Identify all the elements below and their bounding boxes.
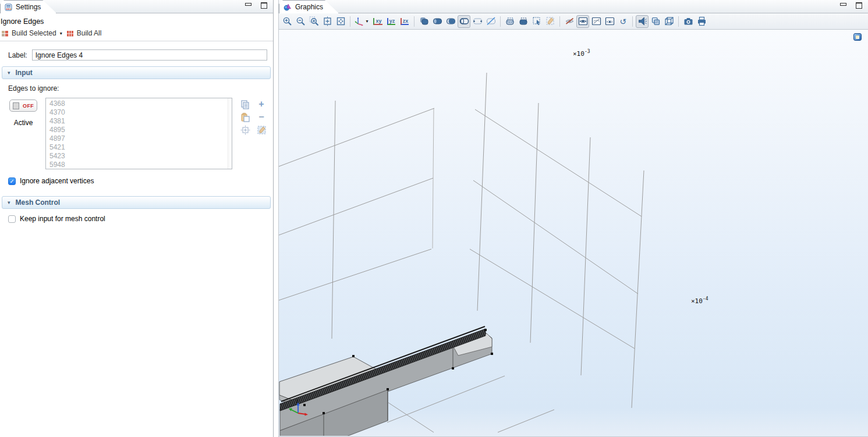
view-dropdown-caret-icon: ▾ [366, 19, 368, 24]
minimize-button[interactable] [840, 2, 848, 9]
scene-svg: z [279, 30, 868, 436]
label-row: Label: [8, 49, 267, 61]
edge-list-item[interactable]: 4370 [49, 108, 232, 117]
toolbar-separator [559, 16, 560, 27]
default-3d-view-button[interactable]: ▾ [353, 15, 371, 28]
print-button[interactable] [695, 15, 708, 28]
edge-list-scrollbar[interactable] [228, 98, 232, 169]
paste-selection-icon[interactable] [240, 112, 250, 122]
active-toggle[interactable]: OFF [9, 100, 37, 112]
tab-graphics[interactable]: Graphics [279, 0, 339, 13]
xy-view-icon: xy [373, 18, 382, 25]
select-edge-button[interactable] [458, 15, 470, 28]
label-input[interactable] [32, 49, 267, 61]
go-to-xy-view-button[interactable]: xy [371, 15, 384, 28]
maximize-button[interactable] [261, 2, 268, 9]
graphics-overlay-icon[interactable] [853, 33, 862, 41]
ignore-adjacent-checkbox[interactable]: ✓ [8, 177, 16, 185]
input-section-header[interactable]: ▾ Input [2, 66, 271, 79]
input-section-title: Input [16, 69, 33, 77]
edge-list-item[interactable]: 4381 [49, 117, 232, 126]
build-selected-label: Build Selected [12, 29, 56, 37]
edge-list-item[interactable]: 4368 [49, 100, 232, 108]
go-to-zx-view-button[interactable]: zx [398, 15, 411, 28]
comsol-window: Settings Ignore Edges [0, 0, 868, 437]
settings-icon [5, 3, 12, 11]
zoom-in-button[interactable] [281, 15, 293, 28]
edge-list-item[interactable]: 4897 [49, 134, 232, 143]
input-section-body: Edges to ignore: OFF Active 4368 4370 [0, 79, 273, 191]
mesh-control-section-header[interactable]: ▾ Mesh Control [2, 196, 271, 209]
build-all-button[interactable]: Build All [66, 29, 102, 37]
zoom-extents-icon [336, 16, 346, 26]
edges-to-ignore-caption: Edges to ignore: [8, 84, 267, 93]
feature-title: Ignore Edges [0, 17, 273, 27]
hide-selected-button[interactable] [563, 15, 576, 28]
scene-light-button[interactable] [636, 15, 649, 28]
select-domain-button[interactable] [431, 15, 444, 28]
view-hidden-icon [591, 16, 601, 26]
build-selected-caret-icon[interactable]: ▾ [60, 31, 62, 36]
geometry-model [279, 326, 493, 436]
zoom-to-selection-icon[interactable] [240, 125, 250, 135]
graphics-toolbar: ▾ xy yz zx ↺ [279, 13, 868, 30]
wireframe-rendering-button[interactable] [662, 15, 675, 28]
copy-selection-icon[interactable] [240, 100, 250, 109]
tab-settings[interactable]: Settings [0, 0, 56, 13]
transparency-button[interactable] [649, 15, 662, 28]
view-hidden-button[interactable] [590, 15, 603, 28]
zoom-box-icon [309, 16, 319, 26]
maximize-button[interactable] [856, 2, 863, 9]
remove-from-selection-icon[interactable]: − [258, 112, 264, 122]
camera-icon [683, 16, 693, 26]
select-box-pointer-button[interactable] [530, 15, 543, 28]
wireframe-icon [664, 16, 674, 26]
edge-list[interactable]: 4368 4370 4381 4895 4897 5421 5423 5948 [45, 98, 232, 169]
edge-list-item[interactable]: 5421 [49, 143, 232, 152]
go-to-yz-view-button[interactable]: yz [385, 15, 398, 28]
deselect-box-button[interactable] [517, 15, 530, 28]
graphics-icon [284, 3, 292, 11]
edge-list-item[interactable]: 5948 [49, 161, 232, 169]
show-hidden-button[interactable] [603, 15, 616, 28]
scale-annotation-right: ×10-4 [691, 296, 708, 305]
axis-z-label: z [296, 399, 299, 404]
view-unhidden-button[interactable] [576, 15, 589, 28]
collapse-triangle-icon[interactable]: ▾ [8, 200, 10, 205]
toggle-state-label: OFF [23, 103, 34, 109]
toolbar-separator [414, 16, 414, 27]
edge-list-item[interactable]: 4895 [49, 126, 232, 134]
reset-hiding-icon: ↺ [619, 17, 626, 26]
select-point-icon [473, 16, 483, 26]
zoom-extents-button[interactable] [334, 15, 347, 28]
transparency-icon [651, 16, 661, 26]
deactivate-selection-icon [486, 16, 496, 26]
zoom-in-icon [282, 16, 292, 26]
select-object-button[interactable] [417, 15, 430, 28]
hide-eye-slash-icon [565, 16, 575, 26]
build-toolbar: Build Selected ▾ Build All [0, 27, 273, 41]
collapse-triangle-icon[interactable]: ▾ [8, 70, 10, 76]
box-pointer-icon [532, 16, 542, 26]
edge-list-item[interactable]: 5423 [49, 152, 232, 161]
select-box-button[interactable] [504, 15, 516, 28]
keep-input-checkbox[interactable]: ✓ [8, 215, 16, 223]
mesh-control-section-title: Mesh Control [16, 198, 61, 207]
select-box-icon [505, 16, 515, 26]
build-selected-button[interactable]: Build Selected ▾ [1, 29, 63, 37]
graphics-tabbar: Graphics [279, 0, 868, 13]
zoom-selected-button[interactable] [321, 15, 334, 28]
show-hidden-icon [605, 16, 615, 26]
minimize-button[interactable] [245, 2, 253, 9]
add-to-selection-icon[interactable]: + [258, 99, 264, 109]
select-point-button[interactable] [471, 15, 484, 28]
deactivate-selection-button[interactable] [484, 15, 497, 28]
zoom-box-button[interactable] [307, 15, 320, 28]
graphics-canvas[interactable]: z ×10-3 ×10-4 [279, 30, 868, 437]
image-snapshot-button[interactable] [682, 15, 695, 28]
clear-selection-button[interactable] [544, 15, 557, 28]
clear-selection-icon[interactable] [257, 125, 267, 135]
reset-hiding-button[interactable]: ↺ [617, 15, 629, 28]
zoom-out-button[interactable] [294, 15, 307, 28]
select-boundary-button[interactable] [444, 15, 457, 28]
